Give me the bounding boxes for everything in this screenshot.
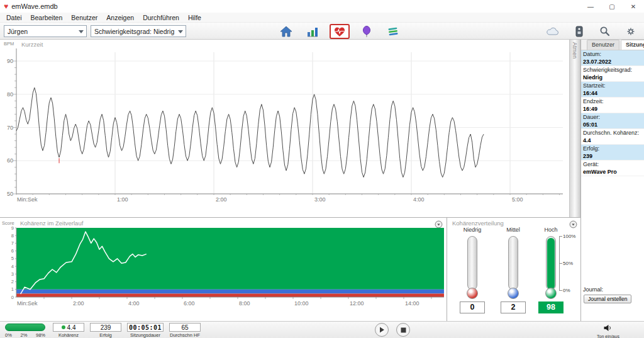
gauge-value: 2 xyxy=(501,301,526,313)
menu-bearbeiten[interactable]: Bearbeiten xyxy=(26,14,67,21)
heart-rate-chart: 1:002:003:004:005:005060708090Min:Sek xyxy=(0,40,569,217)
stat-koh-renz: 4.4 Kohärenz xyxy=(53,323,84,338)
svg-text:Min:Sek: Min:Sek xyxy=(17,300,38,307)
toolbar: Jürgen Schwierigkeitsgrad: Niedrig xyxy=(0,23,644,40)
gauge-tube xyxy=(467,236,477,290)
session-field-startzeit: Startzeit: 16:44 xyxy=(581,82,644,98)
play-icon xyxy=(379,327,385,333)
svg-text:4:00: 4:00 xyxy=(128,300,140,307)
svg-text:14:00: 14:00 xyxy=(405,300,419,307)
tab-benutzer[interactable]: Benutzer xyxy=(587,40,619,50)
svg-text:5:00: 5:00 xyxy=(512,196,523,203)
gauge-niedrig: Niedrig 0 xyxy=(458,227,486,313)
emwave-window: ♥ emWave.emdb — ▢ ✕ DateiBearbeitenBenut… xyxy=(0,0,644,338)
field-value: 4.4 xyxy=(581,137,644,144)
svg-text:6:00: 6:00 xyxy=(184,300,195,307)
breath-pacer-label: Atmen xyxy=(572,42,578,59)
menu-durchf-hren[interactable]: Durchführen xyxy=(138,14,184,21)
gauge-value: 98 xyxy=(538,301,564,313)
field-value: 239 xyxy=(581,152,644,160)
field-label: Schwierigkeitsgrad: xyxy=(581,66,644,74)
search-button[interactable] xyxy=(596,25,614,38)
distribution-axis: 100%50%0% xyxy=(559,236,580,291)
svg-text:50: 50 xyxy=(7,191,13,197)
session-field-datum: Datum: 23.07.2022 xyxy=(581,50,644,66)
minimize-button[interactable]: — xyxy=(580,0,601,13)
device-button[interactable] xyxy=(570,25,589,38)
progress-report-button[interactable] xyxy=(303,25,322,38)
cloud-sync-button[interactable] xyxy=(544,25,563,38)
popout-icon[interactable] xyxy=(569,220,577,228)
window-title: emWave.emdb xyxy=(11,3,58,10)
window-controls: — ▢ ✕ xyxy=(580,0,644,13)
balloon-game-icon xyxy=(360,25,374,38)
maximize-button[interactable]: ▢ xyxy=(601,0,623,13)
svg-text:2:00: 2:00 xyxy=(216,196,227,203)
progress-label: 0% xyxy=(5,332,12,338)
difficulty-select[interactable]: Schwierigkeitsgrad: Niedrig xyxy=(91,25,186,37)
user-select[interactable]: Jürgen xyxy=(4,25,87,37)
score-axis-label: Score xyxy=(2,220,14,226)
session-field-schwierigkeitsgrad: Schwierigkeitsgrad: Niedrig xyxy=(581,66,644,82)
create-journal-button[interactable]: Journal erstellen xyxy=(584,295,631,303)
app-logo-heart-icon: ♥ xyxy=(4,3,8,10)
search-icon xyxy=(599,26,611,37)
session-field-ger-t: Gerät: emWave Pro xyxy=(581,161,644,176)
visualizer-button[interactable] xyxy=(384,25,402,38)
svg-text:60: 60 xyxy=(7,157,13,164)
user-select-value: Jürgen xyxy=(8,28,28,35)
sound-toggle[interactable]: Ton ein/aus xyxy=(587,324,629,338)
menu-hilfe[interactable]: Hilfe xyxy=(184,14,206,21)
play-button[interactable] xyxy=(375,323,389,337)
gauge-label: Mittel xyxy=(499,227,527,235)
menubar: DateiBearbeitenBenutzerAnzeigenDurchführ… xyxy=(0,13,644,23)
balloon-game-button[interactable] xyxy=(357,25,376,38)
home-button[interactable] xyxy=(277,25,296,38)
svg-text:3: 3 xyxy=(11,271,14,277)
axis-label: 0% xyxy=(563,288,570,293)
session-fields: Datum: 23.07.2022Schwierigkeitsgrad: Nie… xyxy=(581,50,644,176)
stop-button[interactable] xyxy=(396,323,410,337)
session-sidebar: BenutzerSitzung Datum: 23.07.2022Schwier… xyxy=(580,40,644,321)
field-label: Gerät: xyxy=(581,161,644,168)
sidebar-tabs: BenutzerSitzung xyxy=(581,40,644,50)
gauge-mittel: Mittel 2 xyxy=(499,227,527,313)
coherence-dot-icon xyxy=(62,325,65,329)
svg-text:4:00: 4:00 xyxy=(413,196,425,203)
field-value: Niedrig xyxy=(581,74,644,81)
session-field-erfolg: Erfolg: 239 xyxy=(581,145,644,161)
svg-text:1: 1 xyxy=(11,286,14,292)
menu-datei[interactable]: Datei xyxy=(2,14,26,21)
heart-rate-panel: BPM Kurzzeit 1:002:003:004:005:005060708… xyxy=(0,40,569,217)
session-field-endzeit: Endzeit: 16:49 xyxy=(581,98,644,113)
field-label: Startzeit: xyxy=(581,82,644,89)
gauge-bulb xyxy=(508,288,519,299)
session-field-dauer: Dauer: 05:01 xyxy=(581,113,644,129)
device-icon xyxy=(572,25,586,38)
difficulty-select-value: Schwierigkeitsgrad: Niedrig xyxy=(94,28,174,35)
menu-benutzer[interactable]: Benutzer xyxy=(67,14,102,21)
svg-text:9: 9 xyxy=(11,227,14,231)
svg-text:70: 70 xyxy=(7,125,13,131)
menu-anzeigen[interactable]: Anzeigen xyxy=(102,14,138,21)
tab-sitzung[interactable]: Sitzung xyxy=(621,40,644,50)
journal-label: Journal: xyxy=(581,286,644,293)
gauge-tube xyxy=(508,236,518,290)
close-button[interactable]: ✕ xyxy=(623,0,644,13)
svg-text:7: 7 xyxy=(11,240,14,246)
stop-icon xyxy=(401,327,406,333)
field-label: Dauer: xyxy=(581,113,644,121)
svg-text:5: 5 xyxy=(11,256,14,261)
bpm-axis-label: BPM xyxy=(4,41,14,47)
progress-label: 98% xyxy=(36,332,45,338)
svg-text:90: 90 xyxy=(7,58,13,64)
settings-button[interactable] xyxy=(621,25,640,38)
hrv-session-button[interactable] xyxy=(330,24,350,39)
home-icon xyxy=(279,25,293,38)
field-value: 23.07.2022 xyxy=(581,58,644,65)
svg-text:80: 80 xyxy=(7,91,13,98)
svg-text:2:00: 2:00 xyxy=(73,300,84,307)
sound-label: Ton ein/aus xyxy=(587,334,629,338)
svg-text:10:00: 10:00 xyxy=(294,300,309,307)
field-label: Datum: xyxy=(581,50,644,58)
